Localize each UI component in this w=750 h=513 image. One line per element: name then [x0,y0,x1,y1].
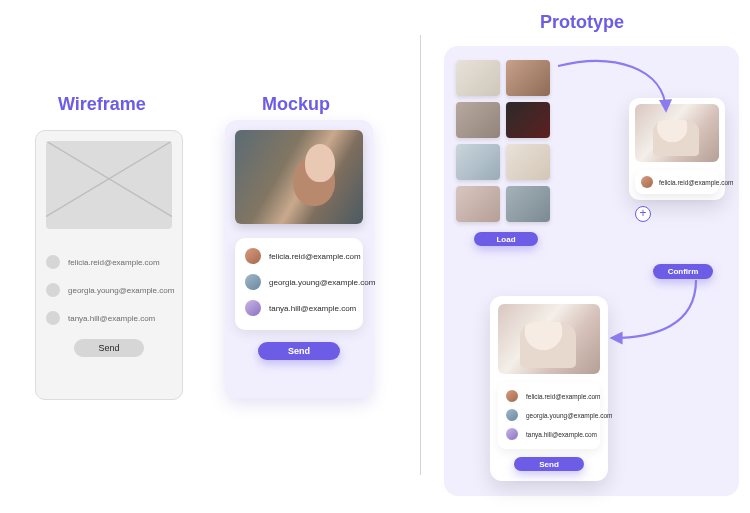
avatar [641,176,653,188]
list-item: georgia.young@example.com [46,283,172,297]
avatar-placeholder [46,255,60,269]
send-button[interactable]: Send [514,457,584,471]
final-screen: felicia.reid@example.com georgia.young@e… [490,296,608,481]
gallery-screen: Load [456,60,556,246]
email-text: georgia.young@example.com [269,278,375,287]
email-text: felicia.reid@example.com [659,179,734,186]
final-contact-list: felicia.reid@example.com georgia.young@e… [498,382,600,449]
image-placeholder [46,141,172,229]
avatar-placeholder [46,311,60,325]
selected-contact: felicia.reid@example.com [635,170,719,194]
confirm-button[interactable]: Confirm [653,264,713,279]
prototype-heading: Prototype [540,12,624,33]
detail-screen: felicia.reid@example.com + [629,98,725,200]
avatar-placeholder [46,283,60,297]
section-divider [420,35,421,475]
thumbnail[interactable] [506,186,550,222]
list-item: tanya.hill@example.com [506,428,592,440]
add-icon[interactable]: + [635,206,651,222]
thumbnail[interactable] [506,102,550,138]
wireframe-card: felicia.reid@example.com georgia.young@e… [35,130,183,400]
list-item: tanya.hill@example.com [245,300,353,316]
list-item: felicia.reid@example.com [46,255,172,269]
list-item: felicia.reid@example.com [245,248,353,264]
list-item: georgia.young@example.com [506,409,592,421]
send-button[interactable]: Send [258,342,340,360]
thumbnail[interactable] [456,186,500,222]
thumbnail[interactable] [506,60,550,96]
load-button[interactable]: Load [474,232,538,246]
wireframe-heading: Wireframe [58,94,146,115]
email-text: georgia.young@example.com [68,286,174,295]
mockup-card: felicia.reid@example.com georgia.young@e… [225,120,373,398]
thumbnail[interactable] [456,60,500,96]
list-item: georgia.young@example.com [245,274,353,290]
email-text: tanya.hill@example.com [269,304,356,313]
list-item: tanya.hill@example.com [46,311,172,325]
email-text: felicia.reid@example.com [68,258,160,267]
flow-arrow-2 [604,276,704,346]
wireframe-contact-list: felicia.reid@example.com georgia.young@e… [46,255,172,325]
thumbnail-grid [456,60,556,222]
send-button[interactable]: Send [74,339,144,357]
thumbnail[interactable] [456,102,500,138]
thumbnail[interactable] [506,144,550,180]
email-text: felicia.reid@example.com [269,252,361,261]
avatar [245,248,261,264]
thumbnail[interactable] [456,144,500,180]
email-text: felicia.reid@example.com [526,393,601,400]
avatar [245,300,261,316]
avatar [245,274,261,290]
avatar [506,409,518,421]
avatar [506,390,518,402]
hero-image [235,130,363,224]
mockup-contact-list: felicia.reid@example.com georgia.young@e… [235,238,363,330]
list-item: felicia.reid@example.com [506,390,592,402]
email-text: tanya.hill@example.com [68,314,155,323]
selected-image [635,104,719,162]
mockup-heading: Mockup [262,94,330,115]
email-text: tanya.hill@example.com [526,431,597,438]
hero-image [498,304,600,374]
avatar [506,428,518,440]
email-text: georgia.young@example.com [526,412,612,419]
prototype-area: Load felicia.reid@example.com + Confirm … [444,46,739,496]
